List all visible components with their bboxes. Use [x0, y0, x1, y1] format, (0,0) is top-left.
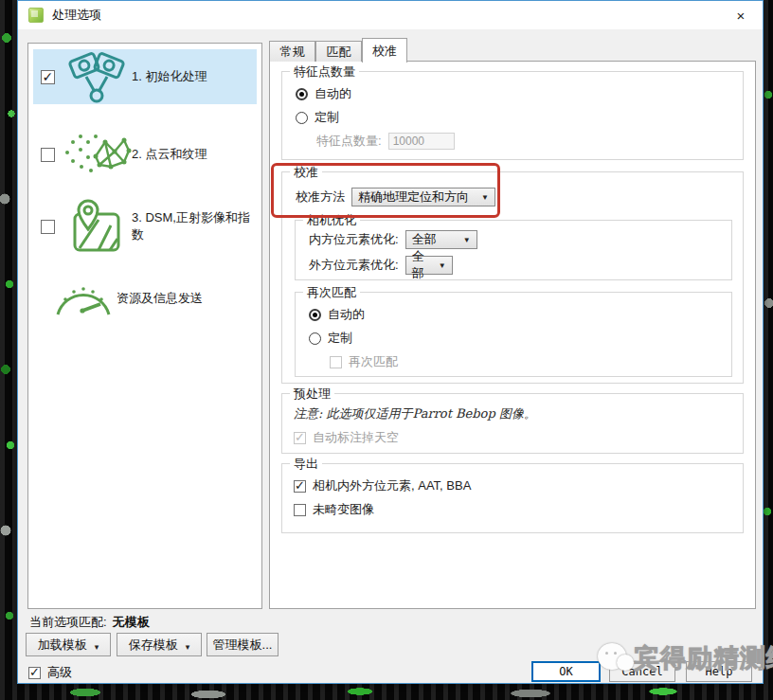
rematch-checkbox[interactable] — [330, 356, 342, 368]
help-button[interactable]: Help — [686, 661, 752, 682]
rematch-custom-option[interactable]: 定制 — [309, 330, 731, 347]
dropdown-value: 精确地理定位和方向 — [358, 188, 469, 206]
keypoints-custom-radio[interactable] — [296, 112, 308, 124]
chevron-down-icon: ▾ — [186, 642, 190, 652]
export-group: 导出 相机内外方位元素, AAT, BBA 未畸变图像 — [281, 463, 744, 533]
calibration-method-dropdown[interactable]: 精确地理定位和方向 ▼ — [351, 188, 495, 206]
rematch-auto-radio[interactable] — [309, 309, 321, 321]
match-value: 无模板 — [113, 615, 150, 629]
manage-templates-button[interactable]: 管理模板... — [207, 633, 279, 656]
point-cloud-icon — [62, 130, 132, 179]
cameras-icon — [62, 50, 132, 103]
keypoints-group: 特征点数量 自动的 定制 特征点数量: — [281, 71, 744, 160]
keypoints-auto-radio[interactable] — [296, 88, 308, 100]
rematch-custom-radio[interactable] — [309, 332, 321, 345]
button-label: 保存模板 — [129, 637, 178, 654]
dropdown-value: 全部 — [412, 231, 437, 248]
internal-params-label: 内方位元素优化: — [309, 231, 399, 248]
step2-checkbox[interactable] — [41, 148, 55, 162]
tab-label: 常规 — [280, 44, 305, 61]
sidebar-item-initial-processing[interactable]: 1. 初始化处理 — [33, 49, 257, 104]
tab-label: 校准 — [372, 43, 397, 60]
button-label: Help — [706, 665, 733, 678]
export-params-row[interactable]: 相机内外方位元素, AAT, BBA — [294, 477, 743, 494]
app-icon — [28, 8, 44, 23]
rematch-auto-option[interactable]: 自动的 — [309, 306, 731, 323]
external-params-label: 外方位元素优化: — [309, 257, 399, 274]
button-label: 管理模板... — [213, 637, 273, 654]
undistorted-row[interactable]: 未畸变图像 — [294, 501, 743, 518]
title-bar: 处理选项 × — [18, 1, 763, 29]
tab-general[interactable]: 常规 — [269, 41, 315, 62]
checkbox-label: 未畸变图像 — [313, 501, 374, 518]
step3-checkbox[interactable] — [41, 220, 55, 234]
rematch-group: 再次匹配 自动的 定制 再次匹配 — [295, 292, 732, 377]
keypoints-auto-option[interactable]: 自动的 — [296, 85, 743, 102]
external-params-dropdown[interactable]: 全部 ▼ — [405, 256, 453, 275]
checkbox-label: 自动标注掉天空 — [313, 429, 399, 446]
keypoints-count-input[interactable] — [388, 133, 455, 150]
processing-options-dialog: 处理选项 × 1. 初始化处理 — [17, 0, 764, 684]
button-label: Cancel — [621, 665, 662, 678]
calibration-tab-pane: 特征点数量 自动的 定制 特征点数量: 校准 校准方法 精确地理定位和方向 ▼ — [269, 61, 756, 609]
tab-calibration[interactable]: 校准 — [362, 38, 407, 63]
rematch-checkbox-row: 再次匹配 — [330, 353, 731, 370]
tab-label: 匹配 — [327, 44, 351, 61]
advanced-option[interactable]: 高级 — [28, 664, 72, 681]
sidebar-item-label: 资源及信息发送 — [117, 290, 203, 307]
gauge-icon — [50, 278, 117, 318]
group-title: 特征点数量 — [290, 63, 359, 81]
sidebar-item-resources[interactable]: 资源及信息发送 — [33, 271, 257, 326]
chevron-down-icon: ▼ — [474, 193, 489, 202]
ok-button[interactable]: OK — [531, 661, 601, 682]
checkbox-label: 相机内外方位元素, AAT, BBA — [313, 477, 471, 494]
radio-label: 定制 — [328, 330, 352, 347]
radio-label: 定制 — [315, 109, 339, 126]
undistorted-checkbox[interactable] — [294, 504, 306, 516]
group-title: 预处理 — [290, 386, 334, 403]
calibration-group: 校准 校准方法 精确地理定位和方向 ▼ 相机优化 内方位元素优化: 全部 ▼ — [281, 171, 744, 384]
step1-checkbox[interactable] — [41, 70, 55, 84]
button-label: OK — [559, 665, 572, 678]
internal-params-row: 内方位元素优化: 全部 ▼ — [309, 230, 731, 249]
radio-label: 自动的 — [315, 85, 351, 102]
load-template-button[interactable]: 加载模板 ▾ — [26, 633, 111, 656]
advanced-checkbox[interactable] — [28, 667, 41, 679]
checkbox-label: 高级 — [47, 664, 72, 681]
keypoints-count-row: 特征点数量: — [316, 133, 743, 150]
match-label: 当前选项匹配: — [29, 615, 107, 629]
sidebar-item-label: 1. 初始化处理 — [132, 68, 207, 85]
sidebar-item-point-cloud[interactable]: 2. 点云和纹理 — [33, 127, 257, 182]
checkbox-label: 再次匹配 — [349, 353, 398, 370]
internal-params-dropdown[interactable]: 全部 ▼ — [405, 230, 477, 249]
preprocessing-group: 预处理 注意: 此选项仅适用于Parrot Bebop 图像。 自动标注掉天空 — [281, 393, 744, 454]
keypoints-count-label: 特征点数量: — [316, 133, 382, 150]
sky-annotate-row: 自动标注掉天空 — [294, 429, 743, 446]
export-params-checkbox[interactable] — [294, 480, 306, 493]
camera-optimization-group: 相机优化 内方位元素优化: 全部 ▼ 外方位元素优化: 全部 ▼ — [295, 220, 732, 280]
cancel-button[interactable]: Cancel — [609, 661, 675, 682]
chevron-down-icon: ▾ — [95, 642, 99, 652]
group-title: 校准 — [290, 164, 322, 181]
close-icon[interactable]: × — [728, 5, 753, 26]
keypoints-custom-option[interactable]: 定制 — [296, 109, 743, 126]
sidebar-item-label: 3. DSM,正射影像和指数 — [132, 209, 257, 243]
chevron-down-icon: ▼ — [456, 236, 471, 244]
group-title: 导出 — [290, 456, 322, 473]
processing-steps-panel: 1. 初始化处理 — [27, 43, 262, 609]
calibration-method-label: 校准方法 — [296, 188, 345, 206]
sidebar-item-label: 2. 点云和纹理 — [132, 146, 207, 163]
sky-annotate-checkbox[interactable] — [294, 432, 306, 444]
dialog-title: 处理选项 — [52, 7, 101, 24]
preprocessing-note: 注意: 此选项仅适用于Parrot Bebop 图像。 — [294, 405, 743, 422]
sidebar-item-dsm-ortho[interactable]: 3. DSM,正射影像和指数 — [33, 199, 257, 254]
chevron-down-icon: ▼ — [431, 261, 446, 270]
save-template-button[interactable]: 保存模板 ▾ — [117, 633, 202, 656]
calibration-method-row: 校准方法 精确地理定位和方向 ▼ — [296, 188, 743, 206]
current-template-status: 当前选项匹配:无模板 — [29, 614, 150, 631]
external-params-row: 外方位元素优化: 全部 ▼ — [309, 256, 731, 275]
group-title: 再次匹配 — [303, 284, 360, 301]
tab-matching[interactable]: 匹配 — [315, 41, 362, 62]
map-pin-icon — [62, 199, 132, 254]
group-title: 相机优化 — [303, 212, 360, 229]
